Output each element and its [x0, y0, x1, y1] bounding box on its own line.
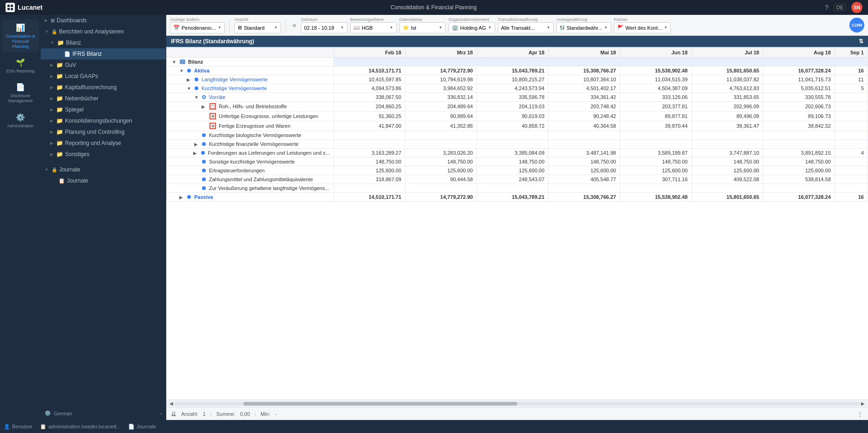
bottom-journale[interactable]: 📄 Journale	[128, 424, 156, 430]
bottom-user[interactable]: 👤 Benutzer	[4, 424, 33, 430]
table-row[interactable]: Ertragsteuerforderungen125,600.00125,600…	[167, 166, 868, 175]
table-row[interactable]: ▶Forderungen aus Lieferungen und Leistun…	[167, 149, 868, 157]
anzeige-wahrung-value: Standardwähr...	[567, 25, 602, 31]
scroll-left-arrow[interactable]: ◀	[168, 401, 175, 406]
row-label: Kurzfristige biologische Vermögenswerte	[209, 132, 301, 138]
expand-button[interactable]: ▶	[194, 142, 201, 147]
nav-reporting[interactable]: ▶ 📁 Reporting und Analyse	[41, 138, 166, 149]
table-row[interactable]: ▼Kurzfristige Vermögenswerte4,094,573.86…	[167, 84, 868, 93]
table-row[interactable]: Kurzfristige biologische Vermögenswerte	[167, 131, 868, 140]
expand-button[interactable]: ▼	[179, 68, 186, 73]
sidebar-item-disclosure[interactable]: 📄 Disclosure Management	[2, 79, 39, 107]
help-icon[interactable]: ?	[825, 4, 829, 11]
table-row[interactable]: ▼Aktiva14,510,171.7114,779,272.9015,043,…	[167, 66, 868, 75]
daten-icon: ⭐	[403, 25, 409, 31]
nav-berichten[interactable]: ▼ 🔓 Berichten und Analysieren	[41, 26, 166, 37]
nav-nebenbucher[interactable]: ▶ 📁 Nebenbücher	[41, 93, 166, 104]
nav-footer[interactable]: ⚙️ German «	[41, 406, 166, 420]
collapse-nav-button[interactable]: «	[159, 411, 162, 416]
nav-spiegel[interactable]: ▶ 📁 Spiegel	[41, 104, 166, 115]
row-value-cell: 3,487,141.98	[548, 149, 620, 157]
app-logo[interactable]: Lucanet	[6, 3, 43, 12]
sidebar-item-admin[interactable]: ⚙️ Administration	[2, 109, 39, 132]
nav-journale[interactable]: 📋 Journale	[41, 175, 166, 186]
bottom-admin[interactable]: 📋 administration.header.lucanett...	[40, 424, 121, 430]
table-row[interactable]: Zur Veräußerung gehaltene langfristige V…	[167, 184, 868, 193]
sort-icon[interactable]: ⇅	[859, 38, 863, 45]
table-row[interactable]: ▶Kurzfristige finanzielle Vermögenswerte	[167, 140, 868, 149]
sidebar-item-esg[interactable]: 🌱 ESG Reporting	[2, 54, 39, 77]
table-header-title: IFRS Bilanz (Standardwährung)	[171, 38, 859, 45]
daten-group: Datenebene ⭐ Ist ▼	[399, 17, 446, 33]
expand-button[interactable]: ▼	[172, 59, 178, 65]
row-value-cell: 41,847.00	[334, 121, 405, 131]
table-row[interactable]: ⚙Fertige Erzeugnisse und Waren41,847.004…	[167, 121, 868, 131]
nav-ifrs-bilanz-label: IFRS Bilanz	[72, 51, 102, 57]
row-value-cell: 5,035,612.51	[763, 84, 835, 93]
svg-rect-2	[7, 8, 10, 10]
expand-button[interactable]: ▼	[187, 86, 193, 91]
scroll-right-arrow[interactable]: ▶	[860, 401, 866, 406]
scroll-thumb[interactable]	[243, 402, 517, 406]
nav-guv[interactable]: ▶ 📁 GuV	[41, 59, 166, 71]
org-icon: 🏢	[452, 25, 458, 31]
org-dropdown[interactable]: 🏢 Holding AG ▼	[449, 22, 495, 33]
expand-button[interactable]: ▶	[193, 151, 200, 156]
scroll-track[interactable]	[175, 402, 860, 406]
nav-kapitalfluss[interactable]: ▶ 📁 Kapitalflussrechnung	[41, 82, 166, 93]
partner-label: Partner	[614, 17, 671, 22]
table-row[interactable]: ▼Vorräte338,067.50336,832.14335,596.7833…	[167, 93, 868, 102]
expand-button[interactable]: ▶	[202, 104, 208, 109]
bewertung-dropdown[interactable]: 📖 HGB ▼	[350, 22, 397, 33]
nav-sonstiges[interactable]: ▶ 📁 Sonstiges	[41, 149, 166, 160]
nav-konsolidierung[interactable]: ▶ 📁 Konsolidierungsbuchungen	[41, 115, 166, 126]
anzeige-wahrung-dropdown[interactable]: 💱 Standardwähr... ▼	[556, 22, 611, 33]
daten-dropdown[interactable]: ⭐ Ist ▼	[399, 22, 446, 33]
expand-button[interactable]: ▼	[194, 95, 201, 100]
svg-rect-1	[11, 5, 13, 7]
horizontal-scrollbar[interactable]: ◀ ▶	[166, 400, 868, 407]
sonstiges-chevron-icon: ▶	[50, 152, 53, 157]
sidebar-item-consolidation[interactable]: 📊 Consolidation & Financial Planning	[2, 20, 39, 52]
table-row[interactable]: ▼Bilanz	[167, 58, 868, 66]
nav-local-gaap[interactable]: ▶ 📁 Local GAAPs	[41, 71, 166, 82]
transaktion-dropdown[interactable]: Alle Transakt... ▼	[498, 22, 554, 33]
nav-bilanz[interactable]: ▼ 📁 Bilanz	[41, 37, 166, 48]
user-avatar[interactable]: SN	[851, 2, 862, 13]
nav-planung[interactable]: ▶ 📁 Planung und Controlling	[41, 126, 166, 138]
journale-lock-icon: 🔒	[52, 167, 57, 172]
row-value-cell	[763, 131, 835, 140]
filter-bubble-badge[interactable]: 119M	[849, 18, 864, 33]
expand-button[interactable]: ▶	[187, 77, 193, 82]
partner-dropdown[interactable]: 🚩 Wert des Kont... ▼	[614, 22, 671, 33]
table-row[interactable]: ⚙Unfertige Erzeugnisse, unfertige Leistu…	[167, 112, 868, 121]
zeitraum-dropdown[interactable]: 02.18 - 10.18 ▼	[301, 22, 347, 33]
row-value-cell	[334, 184, 405, 193]
row-value-cell	[835, 131, 868, 140]
svg-rect-0	[7, 5, 10, 7]
nav-dashboards[interactable]: ▶ ⊞ Dashboards	[41, 15, 166, 26]
expand-button[interactable]: ▶	[179, 195, 186, 200]
col-header-jul18: Jul 18	[692, 48, 763, 58]
bewertung-icon: 📖	[353, 25, 360, 31]
table-row[interactable]: Sonstige kurzfristige Vermögenswerte148,…	[167, 157, 868, 166]
ansicht-dropdown[interactable]: ⊞ Standard ▼	[235, 22, 281, 33]
collapse-filters-button[interactable]: «	[291, 20, 298, 30]
table-row[interactable]: ▶📋Roh-, Hilfs- und Betriebsstoffe204,860…	[167, 102, 868, 112]
sub-yellow-icon: ⚙	[209, 123, 216, 129]
table-options-icon[interactable]: ⋮	[857, 410, 863, 418]
expand-all-button[interactable]: ⇊	[171, 410, 176, 418]
anzeige-dropdown[interactable]: 📅 Periodenansı... ▼	[170, 22, 225, 33]
table-scroll-inner[interactable]: Feb 18 Mrz 18 Apr 18 Mai 18 Jun 18 Jul 1…	[166, 47, 868, 400]
table-row[interactable]: Zahlungsmittel und Zahlungsmitteläquival…	[167, 175, 868, 184]
sub-red-icon: 📋	[209, 103, 216, 110]
table-row[interactable]: ▶Passiva14,510,171.7114,779,272.9015,043…	[167, 193, 868, 202]
language-selector[interactable]: DE	[834, 4, 846, 11]
nav-journale-section[interactable]: ▼ 🔒 Journale	[41, 164, 166, 175]
transaktion-group: Transaktionswährung Alle Transakt... ▼	[498, 17, 554, 33]
reporting-folder-icon: 📁	[56, 140, 63, 146]
partner-chevron-icon: ▼	[664, 26, 667, 30]
table-row[interactable]: ▶Langfristige Vermögenswerte10,415,597.8…	[167, 75, 868, 84]
nav-ifrs-bilanz[interactable]: 📄 IFRS Bilanz	[41, 48, 166, 59]
neben-folder-icon: 📁	[56, 95, 63, 102]
